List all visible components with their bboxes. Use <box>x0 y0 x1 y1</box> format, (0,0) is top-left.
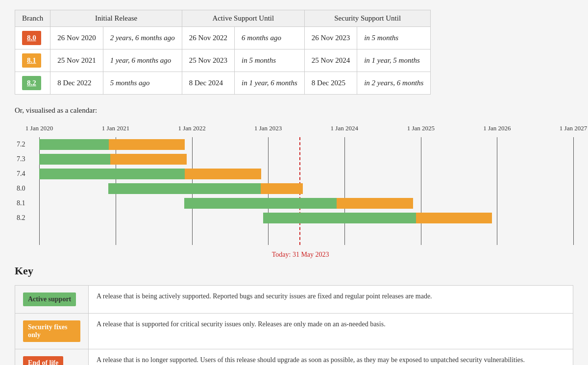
key-label: End of life <box>23 356 63 365</box>
key-label: Security fixes only <box>23 320 80 342</box>
security-date: 8 Dec 2025 <box>304 72 357 95</box>
key-label-cell: Active support <box>15 286 89 314</box>
chart-bar <box>263 213 416 223</box>
key-row: End of life A release that is no longer … <box>15 349 573 365</box>
chart-bar <box>108 183 261 194</box>
axis-label: 1 Jan 2024 <box>331 124 358 132</box>
initial-relative: 5 months ago <box>103 72 182 95</box>
security-relative: in 5 months <box>357 27 431 49</box>
branch-cell[interactable]: 8.2 <box>15 72 50 95</box>
col-security: Security Support Until <box>304 10 431 27</box>
row-label: 7.3 <box>17 152 25 167</box>
table-row: 8.1 25 Nov 2021 1 year, 6 months ago 25 … <box>15 49 431 72</box>
today-label: Today: 31 May 2023 <box>272 251 329 259</box>
active-relative: 6 months ago <box>235 27 305 49</box>
chart-bar <box>416 213 492 223</box>
axis-label: 1 Jan 2025 <box>407 124 435 132</box>
key-row: Active support A release that is being a… <box>15 286 573 314</box>
axis-label: 1 Jan 2022 <box>178 124 205 132</box>
initial-relative: 1 year, 6 months ago <box>103 49 182 72</box>
chart-bar <box>337 198 413 209</box>
key-section: Key Active support A release that is bei… <box>15 265 573 365</box>
axis-label: 1 Jan 2023 <box>254 124 282 132</box>
chart-bar <box>109 139 185 150</box>
calendar-intro: Or, visualised as a calendar: <box>15 106 573 115</box>
calendar-section: Or, visualised as a calendar: 1 Jan 2020… <box>15 106 573 245</box>
initial-relative: 2 years, 6 months ago <box>103 27 182 49</box>
axis-label: 1 Jan 2026 <box>483 124 511 132</box>
axis-label: 1 Jan 2021 <box>102 124 129 132</box>
calendar-grid: Today: 31 May 20237.27.37.48.08.18.2 <box>39 137 573 245</box>
table-row: 8.0 26 Nov 2020 2 years, 6 months ago 26… <box>15 27 431 49</box>
chart-bar <box>184 198 337 209</box>
key-label-cell: End of life <box>15 349 89 365</box>
chart-row: 8.1 <box>39 196 573 211</box>
chart-bar <box>185 169 261 179</box>
active-date: 25 Nov 2023 <box>182 49 234 72</box>
grid-line <box>573 137 574 245</box>
row-label: 7.2 <box>17 137 25 152</box>
chart-bar <box>39 169 185 179</box>
col-branch: Branch <box>15 10 50 27</box>
chart-row: 8.0 <box>39 181 573 196</box>
axis-label: 1 Jan 2027 <box>560 124 587 132</box>
key-title: Key <box>15 265 573 277</box>
key-table: Active support A release that is being a… <box>15 285 573 365</box>
key-description: A release that is supported for critical… <box>89 314 573 349</box>
chart-bar <box>261 183 303 194</box>
initial-date: 26 Nov 2020 <box>50 27 103 49</box>
initial-date: 8 Dec 2022 <box>50 72 103 95</box>
active-relative: in 1 year, 6 months <box>235 72 305 95</box>
chart-row: 7.2 <box>39 137 573 152</box>
col-active: Active Support Until <box>182 10 304 27</box>
calendar-wrapper: 1 Jan 20201 Jan 20211 Jan 20221 Jan 2023… <box>15 122 573 245</box>
table-row: 8.2 8 Dec 2022 5 months ago 8 Dec 2024 i… <box>15 72 431 95</box>
key-description: A release that is no longer supported. U… <box>89 349 573 365</box>
security-date: 26 Nov 2023 <box>304 27 357 49</box>
row-label: 8.1 <box>17 196 25 211</box>
active-date: 8 Dec 2024 <box>182 72 234 95</box>
active-relative: in 5 months <box>235 49 305 72</box>
key-row: Security fixes only A release that is su… <box>15 314 573 349</box>
initial-date: 25 Nov 2021 <box>50 49 103 72</box>
key-description: A release that is being actively support… <box>89 286 573 314</box>
chart-bar <box>110 154 187 165</box>
row-label: 8.2 <box>17 211 25 225</box>
calendar-axis: 1 Jan 20201 Jan 20211 Jan 20221 Jan 2023… <box>39 122 573 137</box>
chart-row: 8.2 <box>39 211 573 225</box>
branch-cell[interactable]: 8.1 <box>15 49 50 72</box>
chart-bar <box>39 139 109 150</box>
col-initial: Initial Release <box>50 10 182 27</box>
chart-row: 7.4 <box>39 167 573 181</box>
key-label-cell: Security fixes only <box>15 314 89 349</box>
security-date: 25 Nov 2024 <box>304 49 357 72</box>
chart-bar <box>39 154 110 165</box>
row-label: 8.0 <box>17 181 25 196</box>
release-table: Branch Initial Release Active Support Un… <box>15 10 431 95</box>
active-date: 26 Nov 2022 <box>182 27 234 49</box>
security-relative: in 1 year, 5 months <box>357 49 431 72</box>
chart-row: 7.3 <box>39 152 573 167</box>
key-label: Active support <box>23 292 76 306</box>
branch-cell[interactable]: 8.0 <box>15 27 50 49</box>
row-label: 7.4 <box>17 167 25 181</box>
security-relative: in 2 years, 6 months <box>357 72 431 95</box>
axis-label: 1 Jan 2020 <box>25 124 53 132</box>
